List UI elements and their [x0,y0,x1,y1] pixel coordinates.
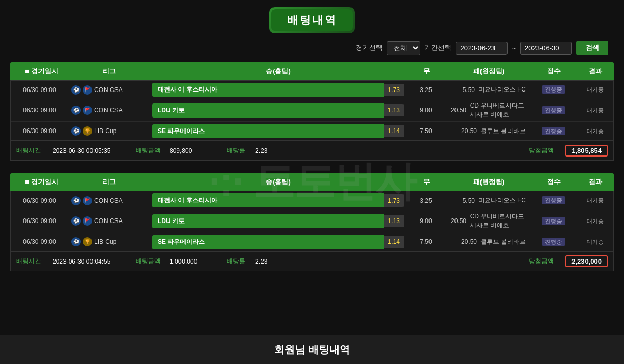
s1-bet-amount-value: 809,800 [170,147,211,154]
table-row: 06/30 09:00 ⚽ 🏆 LIB Cup SE 파우메이라스 1.14 7… [11,232,613,251]
row1-league: ⚽ 🚩 CON CSA [68,83,151,97]
flag-icon: 🚩 [83,216,92,226]
summary-row-2: 배팅시간 2023-06-30 00:04:55 배팅금액 1,000,000 … [10,252,614,271]
soccer-icon: ⚽ [71,85,81,95]
league-name: CON CSA [94,86,123,94]
soccer-icon: ⚽ [71,216,81,226]
table-header-1: ■ 경기일시 리그 승(홈팀) 무 패(원정팀) 점수 결과 [10,62,614,80]
col-header-result: 결과 [577,67,614,76]
table-header-2: ■ 경기일시 리그 승(홈팀) 무 패(원정팀) 점수 결과 [10,173,614,191]
soccer-icon: ⚽ [71,196,81,205]
s2-row1-away: 5.50 미요나리오스 FC [447,194,530,207]
row3-datetime: 06/30 09:00 [11,124,68,138]
row3-status: 진행중 [530,127,577,135]
s2-row2-draw: 9.00 [405,217,447,225]
footer-text: 회원님 배팅내역 [274,344,350,355]
col-header-draw-2: 무 [406,177,447,187]
table-row: 06/30 09:00 ⚽ 🚩 CON CSA LDU 키토 1.13 9.00… [11,210,613,232]
row2-league: ⚽ 🚩 CON CSA [68,103,151,117]
home-team: SE 파우메이라스 [152,124,384,138]
table-row: 06/30 09:00 ⚽ 🚩 CON CSA 대전사 이 후스티시아 1.73… [11,81,613,99]
summary-row-1: 배팅시간 2023-06-30 00:05:35 배팅금액 809,800 배당… [10,141,614,161]
s2-row3-result: 대기중 [577,238,613,246]
col-header-home-2: 승(홈팀) [151,177,406,187]
row3-league: ⚽ 🏆 LIB Cup [68,124,151,138]
flag-icon: 🚩 [83,196,92,205]
col-header-datetime-2: ■ 경기일시 [10,177,68,187]
s1-odds-label: 배당률 [227,146,250,155]
table-body-2: 06/30 09:00 ⚽ 🚩 CON CSA 대전사 이 후스티시아 1.73… [10,191,614,252]
home-team: 대전사 이 후스티시아 [152,193,384,207]
s2-row3-datetime: 06/30 09:00 [11,235,68,249]
row2-away: 20.50 CD 우니베르시다드 세사르 비에호 [447,99,530,121]
s2-row2-status: 진행중 [530,217,577,225]
status-badge: 진행중 [542,106,565,114]
game-select[interactable]: 전체 [387,41,420,55]
s2-bet-time-label: 배팅시간 [16,257,47,266]
home-team: SE 파우메이라스 [152,235,384,249]
status-badge: 진행중 [542,127,565,135]
s2-row2-datetime: 06/30 09:00 [11,214,68,228]
s1-bet-time-label: 배팅시간 [16,146,47,155]
col-header-away: 패(원정팀) [447,67,530,76]
col-header-datetime: ■ 경기일시 [10,67,68,76]
home-odds: 1.14 [384,125,404,137]
section-1: ■ 경기일시 리그 승(홈팀) 무 패(원정팀) 점수 결과 06/30 09:… [10,62,614,161]
period-label: 기간선택 [424,43,451,53]
s2-row1-match: 대전사 이 후스티시아 1.73 [151,191,405,210]
away-odds: 5.50 [463,86,475,94]
s2-row1-result: 대기중 [577,197,613,204]
home-odds: 1.13 [384,104,404,116]
table-row: 06/30 09:00 ⚽ 🏆 LIB Cup SE 파우메이라스 1.14 7… [11,122,613,140]
s1-bet-time-value: 2023-06-30 00:05:35 [53,147,120,154]
row2-status: 진행중 [530,107,577,114]
row2-datetime: 06/30 09:00 [11,103,68,117]
col-header-score-2: 점수 [530,177,577,187]
row2-result: 대기중 [577,107,613,114]
away-team: 클루브 볼리바르 [480,238,526,246]
table-row: 06/30 09:00 ⚽ 🚩 CON CSA 대전사 이 후스티시아 1.73… [11,191,613,210]
s2-row2-league: ⚽ 🚩 CON CSA [68,214,151,228]
s2-row2-match: LDU 키토 1.13 [151,212,405,230]
col-header-home: 승(홈팀) [151,67,406,76]
s2-win-value: 2,230,000 [565,255,608,267]
away-team: 클루브 볼리바르 [480,127,526,136]
away-odds: 20.50 [461,127,477,135]
row1-away: 5.50 미요나리오스 FC [447,83,530,96]
search-button[interactable]: 검색 [576,41,608,55]
table-row: 06/30 09:00 ⚽ 🚩 CON CSA LDU 키토 1.13 9.00… [11,99,613,122]
away-team: CD 우니베르시다드 세사르 비에호 [470,101,526,119]
date-from-input[interactable] [456,42,508,55]
section-2: ■ 경기일시 리그 승(홈팀) 무 패(원정팀) 점수 결과 06/30 09:… [10,173,614,271]
row2-draw: 9.00 [405,107,447,114]
away-odds: 5.50 [463,197,475,204]
row3-result: 대기중 [577,127,613,135]
home-team: LDU 키토 [152,103,384,118]
row1-status: 진행중 [530,86,577,94]
soccer-icon: ⚽ [71,126,81,136]
s2-row3-status: 진행중 [530,238,577,246]
s1-win-value: 1,805,854 [565,145,608,157]
s2-row3-league: ⚽ 🏆 LIB Cup [68,235,151,249]
date-to-input[interactable] [520,42,572,55]
s2-row3-draw: 7.50 [405,238,447,245]
row1-datetime: 06/30 09:00 [11,83,68,97]
table-body-1: 06/30 09:00 ⚽ 🚩 CON CSA 대전사 이 후스티시아 1.73… [10,80,614,141]
row3-away: 20.50 클루브 볼리바르 [447,125,530,138]
col-header-league: 리그 [68,67,151,76]
row2-match: LDU 키토 1.13 [151,101,405,120]
league-name: CON CSA [94,197,123,204]
date-separator: ~ [512,44,516,52]
away-odds: 20.50 [461,238,477,245]
s1-odds-value: 2.23 [255,147,274,154]
away-team: 미요나리오스 FC [478,85,526,94]
league-name: LIB Cup [94,238,116,245]
flag-icon: 🚩 [83,85,92,95]
s2-bet-amount-label: 배팅금액 [136,257,164,266]
row3-match: SE 파우메이라스 1.14 [151,122,405,140]
home-odds: 1.73 [384,194,404,207]
s2-row1-draw: 3.25 [405,197,447,204]
away-team: CD 우니베르시다드 세사르 비에호 [470,212,526,230]
away-odds: 20.50 [451,107,466,114]
s2-row3-away: 20.50 클루브 볼리바르 [447,236,530,249]
